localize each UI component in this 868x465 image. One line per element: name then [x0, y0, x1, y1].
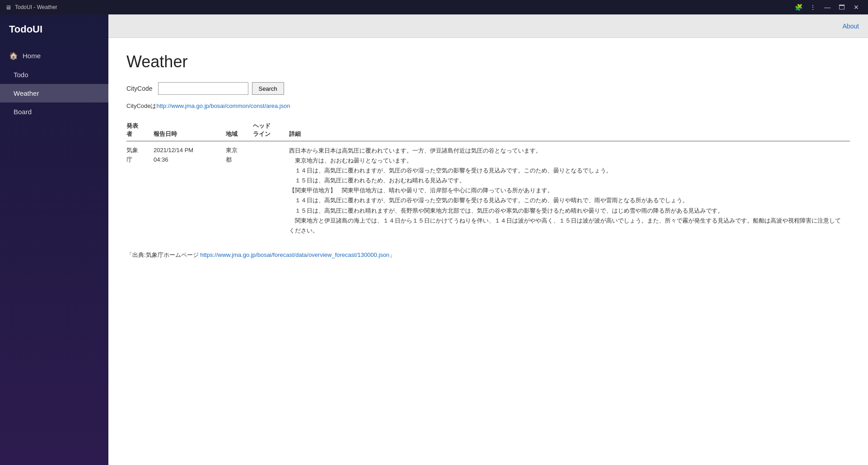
sidebar-nav: 🏠 Home Todo Weather Board	[0, 42, 108, 125]
th-publisher: 発表者	[126, 119, 154, 141]
citycode-link-row: CityCodeはhttp://www.jma.go.jp/bosai/comm…	[126, 102, 850, 110]
home-icon: 🏠	[9, 51, 18, 60]
app-layout: TodoUI 🏠 Home Todo Weather Board About	[0, 14, 868, 465]
cell-region: 東京 都	[226, 141, 253, 240]
footer-source: 「出典:気象庁ホームページ https://www.jma.go.jp/bosa…	[126, 251, 850, 259]
footer-prefix: 「出典:気象庁ホームページ	[126, 251, 200, 258]
cell-headline	[253, 141, 289, 240]
maximize-button[interactable]: 🗖	[835, 1, 848, 14]
sidebar-logo: TodoUI	[0, 14, 108, 42]
th-detail: 詳細	[289, 119, 850, 141]
titlebar-title: TodoUI - Weather	[15, 4, 792, 10]
cell-detail: 西日本から東日本は高気圧に覆われています。一方、伊豆諸島付近は気圧の谷となってい…	[289, 141, 850, 240]
app-icon: 🖥	[5, 4, 11, 11]
sidebar: TodoUI 🏠 Home Todo Weather Board	[0, 14, 108, 465]
footer-url-link[interactable]: https://www.jma.go.jp/bosai/forecast/dat…	[200, 251, 389, 258]
sidebar-item-home[interactable]: 🏠 Home	[0, 46, 108, 65]
titlebar: 🖥 TodoUI - Weather 🧩 ⋮ — 🗖 ✕	[0, 0, 868, 14]
footer-suffix: 」	[389, 251, 395, 258]
search-row: CityCode Search	[126, 82, 850, 95]
cell-datetime: 2021/12/14 PM 04:36	[154, 141, 226, 240]
sidebar-item-board[interactable]: Board	[0, 102, 108, 121]
titlebar-controls: 🧩 ⋮ — 🗖 ✕	[792, 1, 863, 14]
search-button[interactable]: Search	[252, 82, 284, 95]
main-area: About Weather CityCode Search CityCodeはh…	[108, 14, 868, 465]
th-headline: ヘッドライン	[253, 119, 289, 141]
minimize-button[interactable]: —	[821, 1, 834, 14]
search-label: CityCode	[126, 85, 153, 92]
citycode-url-link[interactable]: http://www.jma.go.jp/bosai/common/const/…	[156, 102, 290, 109]
extensions-button[interactable]: 🧩	[792, 1, 805, 14]
page-content: Weather CityCode Search CityCodeはhttp://…	[108, 38, 868, 465]
about-link[interactable]: About	[842, 23, 859, 30]
th-datetime: 報告日時	[154, 119, 226, 141]
sidebar-label-board: Board	[14, 108, 32, 116]
th-region: 地域	[226, 119, 253, 141]
menu-button[interactable]: ⋮	[807, 1, 819, 14]
table-row: 気象 庁2021/12/14 PM 04:36東京 都西日本から東日本は高気圧に…	[126, 141, 850, 240]
cell-publisher: 気象 庁	[126, 141, 154, 240]
citycode-text: CityCodeは	[126, 102, 156, 109]
sidebar-item-weather[interactable]: Weather	[0, 84, 108, 102]
weather-table: 発表者 報告日時 地域 ヘッドライン 詳細 気象 庁2021/12/14 PM …	[126, 119, 850, 240]
search-input[interactable]	[158, 82, 248, 95]
sidebar-label-weather: Weather	[14, 89, 39, 97]
sidebar-label-home: Home	[23, 52, 41, 60]
sidebar-label-todo: Todo	[14, 71, 28, 79]
close-button[interactable]: ✕	[850, 1, 863, 14]
sidebar-item-todo[interactable]: Todo	[0, 65, 108, 84]
page-title: Weather	[126, 52, 850, 71]
topbar: About	[108, 14, 868, 38]
